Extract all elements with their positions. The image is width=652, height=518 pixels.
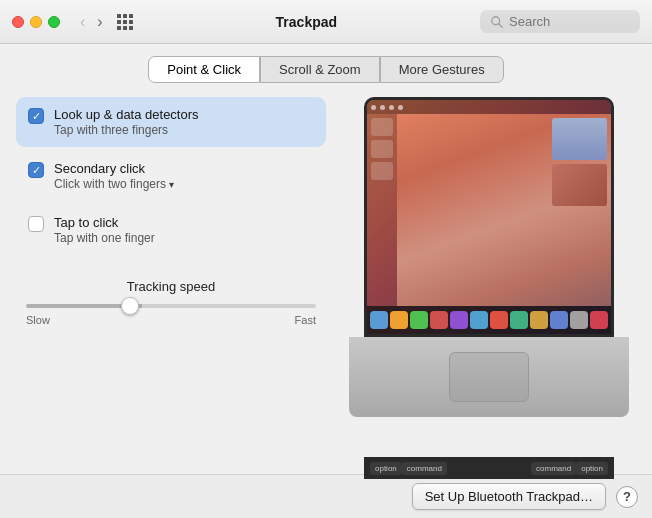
laptop-body <box>349 337 629 417</box>
slider-fast-label: Fast <box>295 314 316 326</box>
slider-labels: Slow Fast <box>26 314 316 326</box>
dock-icon-10 <box>550 311 568 329</box>
menu-dot-2 <box>380 105 385 110</box>
dock-icon-8 <box>510 311 528 329</box>
checkmark-secondary-click: ✓ <box>32 165 41 176</box>
slider-slow-label: Slow <box>26 314 50 326</box>
touchbar-command-right: command <box>531 462 576 475</box>
dock-icon-5 <box>450 311 468 329</box>
slider-thumb[interactable] <box>121 297 139 315</box>
close-button[interactable] <box>12 16 24 28</box>
laptop-image: option command command option <box>349 97 629 457</box>
window-title: Trackpad <box>133 14 480 30</box>
trackpad <box>449 352 529 402</box>
main-row: ✓ Look up & data detectors Tap with thre… <box>16 97 636 462</box>
dock-icon-11 <box>570 311 588 329</box>
tab-point-click[interactable]: Point & Click <box>148 56 260 83</box>
checkbox-lookup[interactable]: ✓ <box>28 108 44 124</box>
svg-line-1 <box>499 23 503 27</box>
tracking-section: Tracking speed Slow Fast <box>16 279 326 326</box>
tab-bar: Point & Click Scroll & Zoom More Gesture… <box>16 56 636 83</box>
titlebar: ‹ › Trackpad <box>0 0 652 44</box>
dropdown-arrow-icon[interactable]: ▾ <box>169 179 174 190</box>
menu-dot-3 <box>389 105 394 110</box>
menu-dot-4 <box>398 105 403 110</box>
touchbar-command-left: command <box>402 462 447 475</box>
touchbar-option-left: option <box>370 462 402 475</box>
option-label-lookup: Look up & data detectors <box>54 107 199 122</box>
dock-icon-12 <box>590 311 608 329</box>
search-icon <box>490 15 504 29</box>
portrait-area <box>397 114 611 306</box>
mac-dock <box>367 306 611 334</box>
tracking-label: Tracking speed <box>26 279 316 294</box>
option-sublabel-lookup: Tap with three fingers <box>54 123 199 137</box>
touchbar: option command command option <box>364 457 614 479</box>
tracking-slider-container: Slow Fast <box>26 304 316 326</box>
bottom-bar: Set Up Bluetooth Trackpad… ? <box>0 474 652 518</box>
tab-more-gestures[interactable]: More Gestures <box>380 56 504 83</box>
checkmark-lookup: ✓ <box>32 111 41 122</box>
mac-menubar <box>367 100 611 114</box>
checkbox-tap-click[interactable] <box>28 216 44 232</box>
slider-track <box>26 304 316 308</box>
sidebar-strip <box>367 114 397 306</box>
left-panel: ✓ Look up & data detectors Tap with thre… <box>16 97 326 462</box>
right-panel: option command command option <box>342 97 636 462</box>
option-label-tap-click: Tap to click <box>54 215 155 230</box>
forward-button[interactable]: › <box>93 11 106 33</box>
option-text-secondary-click: Secondary click Click with two fingers ▾ <box>54 161 174 191</box>
option-lookup[interactable]: ✓ Look up & data detectors Tap with thre… <box>16 97 326 147</box>
sidebar-thumb-1 <box>371 118 393 136</box>
dock-icon-2 <box>390 311 408 329</box>
back-button[interactable]: ‹ <box>76 11 89 33</box>
search-input[interactable] <box>509 14 629 29</box>
search-bar[interactable] <box>480 10 640 33</box>
dock-icon-9 <box>530 311 548 329</box>
grid-icon[interactable] <box>117 14 133 30</box>
traffic-lights <box>12 16 60 28</box>
minimize-button[interactable] <box>30 16 42 28</box>
maximize-button[interactable] <box>48 16 60 28</box>
nav-buttons: ‹ › <box>76 11 107 33</box>
option-label-secondary-click: Secondary click <box>54 161 174 176</box>
touchbar-option-right: option <box>576 462 608 475</box>
dock-icon-4 <box>430 311 448 329</box>
dock-icon-6 <box>470 311 488 329</box>
option-text-tap-click: Tap to click Tap with one finger <box>54 215 155 245</box>
mac-screenshot <box>367 100 611 334</box>
bluetooth-button[interactable]: Set Up Bluetooth Trackpad… <box>412 483 606 510</box>
checkbox-secondary-click[interactable]: ✓ <box>28 162 44 178</box>
tab-scroll-zoom[interactable]: Scroll & Zoom <box>260 56 380 83</box>
sidebar-thumb-3 <box>371 162 393 180</box>
dock-icon-7 <box>490 311 508 329</box>
option-sublabel-tap-click: Tap with one finger <box>54 231 155 245</box>
option-tap-click[interactable]: Tap to click Tap with one finger <box>16 205 326 255</box>
screen-content <box>367 100 611 334</box>
sidebar-thumb-2 <box>371 140 393 158</box>
dock-icon-1 <box>370 311 388 329</box>
small-photo-1 <box>552 118 607 160</box>
dock-icon-3 <box>410 311 428 329</box>
laptop-screen-frame <box>364 97 614 337</box>
menu-dot-1 <box>371 105 376 110</box>
option-sublabel-secondary-click: Click with two fingers ▾ <box>54 177 174 191</box>
option-text-lookup: Look up & data detectors Tap with three … <box>54 107 199 137</box>
content-area: Point & Click Scroll & Zoom More Gesture… <box>0 44 652 474</box>
help-button[interactable]: ? <box>616 486 638 508</box>
small-photo-2 <box>552 164 607 206</box>
option-secondary-click[interactable]: ✓ Secondary click Click with two fingers… <box>16 151 326 201</box>
